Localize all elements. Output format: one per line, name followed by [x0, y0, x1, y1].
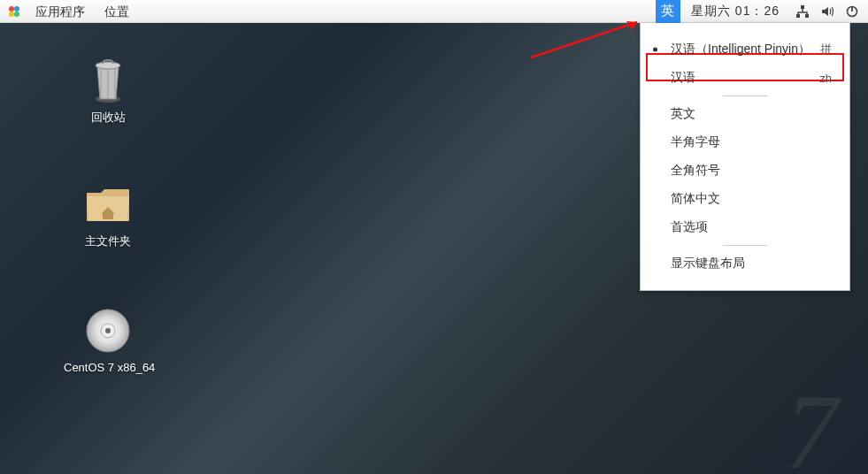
- ime-option-pinyin[interactable]: 汉语（Intelligent Pinyin） 拼: [641, 35, 849, 64]
- home-folder-icon[interactable]: 主文件夹: [64, 179, 152, 249]
- input-method-indicator[interactable]: 英: [656, 0, 680, 23]
- ime-option-label: 汉语: [671, 70, 695, 86]
- menu-places[interactable]: 位置: [96, 0, 138, 23]
- home-label: 主文件夹: [64, 233, 152, 249]
- trash-bin-icon: [83, 55, 133, 104]
- ime-option-label: 首选项: [671, 219, 708, 235]
- disc-label: CentOS 7 x86_64: [64, 361, 152, 374]
- menu-applications[interactable]: 应用程序: [27, 0, 94, 23]
- svg-point-2: [9, 11, 14, 17]
- ime-option-fullwidth[interactable]: 全角符号: [641, 157, 849, 185]
- selected-bullet-icon: [653, 48, 657, 52]
- ime-option-label: 全角符号: [671, 163, 720, 179]
- ime-option-abbr: zh: [819, 72, 832, 85]
- menu-separator: [723, 245, 767, 246]
- watermark: 7: [785, 371, 838, 474]
- power-icon[interactable]: [843, 3, 861, 20]
- svg-point-10: [96, 62, 120, 69]
- disc-icon[interactable]: CentOS 7 x86_64: [64, 306, 152, 374]
- ime-option-show-layout[interactable]: 显示键盘布局: [641, 249, 849, 278]
- ime-option-preferences[interactable]: 首选项: [641, 213, 849, 241]
- ime-option-abbr: 拼: [820, 42, 832, 57]
- svg-point-1: [14, 6, 19, 11]
- network-icon[interactable]: [794, 3, 811, 20]
- ime-option-label: 简体中文: [671, 191, 720, 207]
- ime-option-label: 汉语（Intelligent Pinyin）: [671, 42, 810, 57]
- ime-option-chinese[interactable]: 汉语 zh: [641, 64, 849, 92]
- svg-rect-6: [805, 14, 809, 18]
- topbar-left: 应用程序 位置: [4, 0, 138, 23]
- folder-home-icon: [83, 179, 133, 228]
- ime-option-english[interactable]: 英文: [641, 100, 849, 128]
- svg-rect-5: [796, 14, 800, 18]
- trash-label: 回收站: [64, 110, 152, 126]
- svg-point-13: [105, 328, 111, 333]
- svg-point-3: [14, 11, 19, 17]
- input-method-menu: 汉语（Intelligent Pinyin） 拼 汉语 zh 英文 半角字母 全…: [640, 23, 850, 291]
- ime-option-label: 英文: [671, 106, 695, 122]
- svg-rect-4: [801, 5, 804, 9]
- ime-option-halfwidth[interactable]: 半角字母: [641, 128, 849, 157]
- topbar-right: 英 星期六 01：26: [656, 0, 864, 23]
- clock[interactable]: 星期六 01：26: [680, 4, 790, 19]
- ime-option-simplified[interactable]: 简体中文: [641, 185, 849, 213]
- cd-disc-icon: [83, 306, 133, 356]
- top-panel: 应用程序 位置 英 星期六 01：26: [0, 0, 868, 23]
- svg-point-0: [9, 6, 14, 11]
- ime-option-label: 显示键盘布局: [671, 256, 745, 271]
- volume-icon[interactable]: [818, 3, 836, 20]
- menu-separator: [723, 96, 767, 96]
- ime-option-label: 半角字母: [671, 134, 720, 150]
- applications-logo-icon: [7, 4, 21, 19]
- trash-icon[interactable]: 回收站: [64, 55, 152, 126]
